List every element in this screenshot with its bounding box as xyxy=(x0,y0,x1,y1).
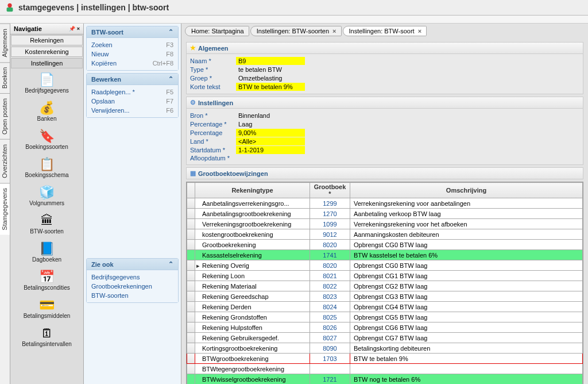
action-row-raadplegen[interactable]: Raadplegen... *F5 xyxy=(91,87,173,97)
table-row[interactable]: Aanbetalingsgrootboekrekening1270Aanbeta… xyxy=(187,209,583,219)
cell-omschrijving[interactable]: Verrekeningsrekening voor het afboeken xyxy=(350,219,583,229)
cell-grootboek[interactable]: 8025 xyxy=(310,312,350,322)
table-row[interactable]: BTWtegengrootboekrekening xyxy=(187,364,583,374)
cell-omschrijving[interactable]: Opbrengst CG5 BTW laag xyxy=(350,312,583,322)
field-value[interactable]: Binnenland xyxy=(236,112,305,120)
cell-grootboek[interactable]: 1703 xyxy=(310,354,350,364)
action-head[interactable]: Zie ook⌃ xyxy=(87,259,178,270)
cell-omschrijving[interactable]: BTW te betalen 9% xyxy=(350,354,583,364)
cell-type[interactable]: BTWwisselgrootboekrekening xyxy=(195,374,310,385)
nav-item-rekeningen[interactable]: Rekeningen xyxy=(11,35,83,45)
action-row-opslaan[interactable]: OpslaanF7 xyxy=(91,97,173,106)
cell-grootboek[interactable]: 8024 xyxy=(310,302,350,312)
action-row-kopiren[interactable]: KopiërenCtrl+F8 xyxy=(91,59,173,68)
row-handle[interactable] xyxy=(187,240,195,250)
row-handle[interactable] xyxy=(187,374,195,385)
col-head[interactable]: Grootboek * xyxy=(310,183,350,198)
cell-type[interactable]: Kortingsgrootboekrekening xyxy=(195,343,310,354)
row-handle[interactable] xyxy=(187,271,195,281)
table-row[interactable]: Rekening Overig8020Opbrengst CG0 BTW laa… xyxy=(187,260,583,271)
cell-grootboek[interactable]: 1299 xyxy=(310,198,350,209)
cell-type[interactable]: Verrekeningsgrootboekrekening xyxy=(195,219,310,229)
nav-icon-dagboeken[interactable]: 📘Dagboeken xyxy=(10,238,83,266)
grid-table[interactable]: RekeningtypeGrootboek *OmschrijvingAanbe… xyxy=(187,182,583,384)
cell-omschrijving[interactable]: BTW kasstelsel te betalen 6% xyxy=(350,250,583,260)
row-handle[interactable] xyxy=(187,209,195,219)
row-handle[interactable] xyxy=(187,312,195,322)
table-row[interactable]: Aanbetalingsverrekeningsgro...1299Verrek… xyxy=(187,198,583,209)
crumb-instellingenbtwsoorten[interactable]: Instellingen: BTW-soorten× xyxy=(250,26,342,36)
nav-icon-boekingsschema[interactable]: 📋Boekingsschema xyxy=(10,153,83,182)
col-head[interactable]: Omschrijving xyxy=(350,183,583,198)
cell-type[interactable]: Rekening Gebruikersgedef. xyxy=(195,333,310,343)
cell-grootboek[interactable]: 8020 xyxy=(310,240,350,250)
cell-type[interactable]: Aanbetalingsgrootboekrekening xyxy=(195,209,310,219)
row-handle[interactable] xyxy=(187,343,195,354)
nav-icon-banken[interactable]: 💰Banken xyxy=(10,97,83,125)
cell-type[interactable]: Rekening Derden xyxy=(195,302,310,312)
nav-icon-btw-soorten[interactable]: 🏛BTW-soorten xyxy=(10,210,83,238)
cell-type[interactable]: Rekening Grondstoffen xyxy=(195,312,310,322)
nav-item-instellingen[interactable]: Instellingen xyxy=(11,58,83,68)
table-row[interactable]: Rekening Gereedschap8023Opbrengst CG3 BT… xyxy=(187,291,583,302)
row-handle[interactable] xyxy=(187,333,195,343)
cell-omschrijving[interactable]: Opbrengst CG0 BTW laag xyxy=(350,260,583,271)
action-row-grootboekrekeningen[interactable]: Grootboekrekeningen xyxy=(91,282,173,291)
field-value[interactable]: 1-1-2019 xyxy=(236,146,305,154)
close-icon[interactable]: × xyxy=(332,28,336,34)
nav-icon-betalingscondities[interactable]: 📅Betalingscondities xyxy=(10,266,83,294)
cell-type[interactable]: Grootboekrekening xyxy=(195,240,310,250)
cell-grootboek[interactable]: 8022 xyxy=(310,281,350,291)
crumb-homestartpagina[interactable]: Home: Startpagina xyxy=(185,26,249,36)
action-row-nieuw[interactable]: NieuwF8 xyxy=(91,49,173,59)
field-value[interactable]: <Alle> xyxy=(236,137,305,145)
cell-type[interactable]: kostengrootboekrekening xyxy=(195,229,310,240)
table-row[interactable]: Kassastelselrekening1741BTW kasstelsel t… xyxy=(187,250,583,260)
cell-grootboek[interactable]: 8090 xyxy=(310,343,350,354)
table-row[interactable]: Rekening Gebruikersgedef.8027Opbrengst C… xyxy=(187,333,583,343)
cell-type[interactable]: BTWgrootboekrekening xyxy=(195,354,310,364)
side-tab-boeken[interactable]: Boeken xyxy=(0,62,10,93)
table-row[interactable]: Kortingsgrootboekrekening8090Betalingsko… xyxy=(187,343,583,354)
nav-icon-volgnummers[interactable]: 🧊Volgnummers xyxy=(10,182,83,210)
cell-grootboek[interactable]: 8026 xyxy=(310,322,350,333)
nav-icon-betalingsintervallen[interactable]: 🗓Betalingsintervallen xyxy=(10,322,83,351)
cell-omschrijving[interactable]: Opbrengst CG3 BTW laag xyxy=(350,291,583,302)
cell-grootboek[interactable]: 1270 xyxy=(310,209,350,219)
row-handle[interactable] xyxy=(187,260,195,271)
action-row-zoeken[interactable]: ZoekenF3 xyxy=(91,40,173,49)
field-value[interactable] xyxy=(236,158,305,159)
table-row[interactable]: Rekening Grondstoffen8025Opbrengst CG5 B… xyxy=(187,312,583,322)
cell-omschrijving[interactable]: Aanmaningskosten debiteuren xyxy=(350,229,583,240)
cell-type[interactable]: Rekening Loon xyxy=(195,271,310,281)
table-row[interactable]: Rekening Derden8024Opbrengst CG4 BTW laa… xyxy=(187,302,583,312)
table-row[interactable]: Rekening Materiaal8022Opbrengst CG2 BTW … xyxy=(187,281,583,291)
action-head[interactable]: Bewerken⌃ xyxy=(87,74,178,85)
row-handle[interactable] xyxy=(187,354,195,364)
cell-grootboek[interactable]: 8027 xyxy=(310,333,350,343)
nav-icon-bedrijfsgegevens[interactable]: 📄Bedrijfsgegevens xyxy=(10,69,83,97)
cell-omschrijving[interactable] xyxy=(350,364,583,374)
table-row[interactable]: BTWwisselgrootboekrekening1721BTW nog te… xyxy=(187,374,583,385)
action-row-bedrijfsgegevens[interactable]: Bedrijfsgegevens xyxy=(91,272,173,282)
cell-omschrijving[interactable]: Betalingskorting debiteuren xyxy=(350,343,583,354)
cell-type[interactable]: Rekening Materiaal xyxy=(195,281,310,291)
cell-type[interactable]: Rekening Overig xyxy=(195,260,310,271)
cell-type[interactable]: BTWtegengrootboekrekening xyxy=(195,364,310,374)
cell-grootboek[interactable] xyxy=(310,364,350,374)
field-value[interactable]: B9 xyxy=(236,57,305,65)
cell-grootboek[interactable]: 1721 xyxy=(310,374,350,385)
cell-grootboek[interactable]: 8023 xyxy=(310,291,350,302)
cell-omschrijving[interactable]: Opbrengst CG1 BTW laag xyxy=(350,271,583,281)
cell-omschrijving[interactable]: Verrekeningsrekening voor aanbetalingen xyxy=(350,198,583,209)
cell-omschrijving[interactable]: BTW nog te betalen 6% xyxy=(350,374,583,385)
cell-omschrijving[interactable]: Opbrengst CG7 BTW laag xyxy=(350,333,583,343)
side-tab-overzichten[interactable]: Overzichten xyxy=(0,139,10,183)
close-icon[interactable]: × xyxy=(418,28,421,34)
cell-type[interactable]: Kassastelselrekening xyxy=(195,250,310,260)
side-tab-stamgegevens[interactable]: Stamgegevens xyxy=(0,183,10,235)
table-row[interactable]: kostengrootboekrekening9012Aanmaningskos… xyxy=(187,229,583,240)
cell-grootboek[interactable]: 8020 xyxy=(310,260,350,271)
nav-pin-icon[interactable]: 📌 × xyxy=(69,26,80,32)
cell-grootboek[interactable]: 1741 xyxy=(310,250,350,260)
